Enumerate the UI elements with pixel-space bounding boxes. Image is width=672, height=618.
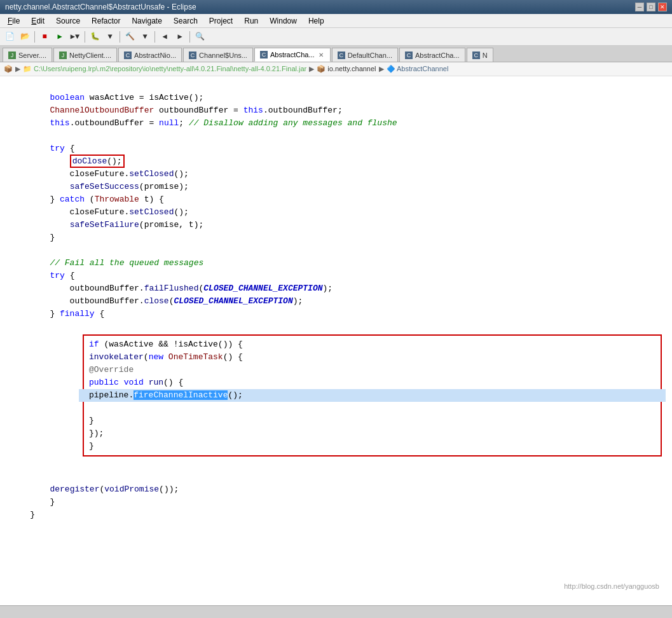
menu-navigate[interactable]: Navigate — [127, 14, 167, 27]
toolbar-debug[interactable]: 🐛 — [88, 30, 102, 44]
breadcrumb-sep-2: ▶ — [379, 65, 384, 73]
toolbar-build[interactable]: 🔨 — [123, 30, 137, 44]
tab-label-nettyclient: NettyClient.... — [69, 52, 111, 59]
code-editor[interactable]: boolean wasActive = isActive(); ChannelO… — [0, 76, 672, 537]
tab-abstractcha2[interactable]: C AbstractCha... — [399, 48, 465, 62]
code-content: boolean wasActive = isActive(); ChannelO… — [0, 79, 672, 333]
tab-label-server: Server.... — [18, 52, 46, 59]
toolbar-search[interactable]: 🔍 — [193, 30, 207, 44]
toolbar-build2[interactable]: ▼ — [138, 30, 152, 44]
tab-label-defaultchan: DefaultChan... — [348, 52, 392, 59]
window-controls[interactable]: ─ □ ✕ — [635, 3, 667, 11]
tab-icon-abstractcha2: C — [405, 52, 413, 59]
maximize-button[interactable]: □ — [647, 3, 655, 11]
menu-edit[interactable]: Edit — [26, 14, 50, 27]
close-button[interactable]: ✕ — [658, 3, 667, 11]
tab-icon-channelunsafe: C — [189, 52, 196, 59]
tabs-bar: J Server.... J NettyClient.... C Abstrac… — [0, 46, 672, 62]
toolbar-debug2[interactable]: ▼ — [103, 30, 117, 44]
tab-abstractnio[interactable]: C AbstractNio... — [118, 48, 182, 62]
toolbar-stop[interactable]: ■ — [38, 30, 51, 44]
tab-server[interactable]: J Server.... — [3, 48, 52, 62]
tab-close-button[interactable]: ✕ — [317, 51, 325, 58]
tab-label-abstractcha2: AbstractCha... — [415, 52, 460, 59]
breadcrumb-class[interactable]: 🔷 AbstractChannel — [387, 65, 449, 73]
tab-icon-n: C — [472, 52, 480, 59]
tab-icon-nettyclient: J — [59, 52, 67, 59]
tab-label-n: N — [483, 52, 488, 59]
tab-defaultchan[interactable]: C DefaultChan... — [332, 48, 398, 62]
toolbar-sep-1 — [34, 31, 35, 43]
tab-icon-server: J — [8, 52, 16, 59]
menu-source[interactable]: Source — [51, 14, 85, 27]
tab-label-abstractnio: AbstractNio... — [134, 52, 176, 59]
menu-run[interactable]: Run — [239, 14, 263, 27]
code-content-bottom: deregister(voidPromise()); } } — [0, 458, 672, 534]
tab-n[interactable]: C N — [467, 48, 493, 62]
tab-icon-abstractnio: C — [124, 52, 132, 59]
menu-file[interactable]: File — [3, 14, 25, 27]
toolbar: 📄 📂 ■ ▶ ▶▼ 🐛 ▼ 🔨 ▼ ◀ ▶ 🔍 — [0, 28, 672, 46]
breadcrumb-bar: 📦 ▶ 📁 C:\Users\ruipeng.lrp\.m2\repositor… — [0, 62, 672, 76]
menu-help[interactable]: Help — [303, 14, 329, 27]
editor-area: boolean wasActive = isActive(); ChannelO… — [0, 76, 672, 605]
title-bar: netty.channel.AbstractChannel$AbstractUn… — [0, 0, 672, 14]
toolbar-sep-5 — [189, 31, 190, 43]
toolbar-play[interactable]: ▶ — [53, 30, 67, 44]
toolbar-forward[interactable]: ▶ — [173, 30, 187, 44]
tab-icon-defaultchan: C — [338, 52, 345, 59]
title-text: netty.channel.AbstractChannel$AbstractUn… — [5, 3, 196, 11]
tab-label-channelunsafe: Channel$Uns... — [199, 52, 247, 59]
menu-bar: File Edit Source Refactor Navigate Searc… — [0, 14, 672, 28]
tab-icon-abstractcha: C — [260, 51, 268, 58]
menu-window[interactable]: Window — [264, 14, 302, 27]
breadcrumb-module[interactable]: 📦 — [4, 65, 13, 73]
toolbar-sep-3 — [120, 31, 120, 43]
breadcrumb-jar[interactable]: 📁 C:\Users\ruipeng.lrp\.m2\repository\io… — [23, 65, 306, 73]
breadcrumb-package[interactable]: 📦 io.netty.channel — [317, 65, 376, 73]
tab-nettyclient[interactable]: J NettyClient.... — [53, 48, 117, 62]
minimize-button[interactable]: ─ — [635, 3, 644, 11]
breadcrumb-sep-1: ▶ — [309, 65, 314, 73]
menu-refactor[interactable]: Refactor — [86, 14, 125, 27]
red-bordered-block: if (wasActive && !isActive()) { invokeLa… — [83, 334, 662, 457]
toolbar-new[interactable]: 📄 — [3, 30, 17, 44]
toolbar-open[interactable]: 📂 — [18, 30, 32, 44]
menu-project[interactable]: Project — [204, 14, 238, 27]
toolbar-sep-2 — [85, 31, 85, 43]
menu-search[interactable]: Search — [168, 14, 203, 27]
tab-label-abstractcha: AbstractCha... — [270, 51, 315, 58]
breadcrumb-sep-0: ▶ — [15, 65, 20, 73]
watermark: http://blog.csdn.net/yangguosb — [564, 582, 659, 590]
toolbar-sep-4 — [154, 31, 155, 43]
status-bar — [0, 605, 672, 618]
toolbar-play2[interactable]: ▶▼ — [68, 30, 82, 44]
tab-abstractcha-active[interactable]: C AbstractCha... ✕ — [254, 48, 331, 62]
tab-channelunsafe[interactable]: C Channel$Uns... — [183, 48, 253, 62]
toolbar-back[interactable]: ◀ — [158, 30, 172, 44]
